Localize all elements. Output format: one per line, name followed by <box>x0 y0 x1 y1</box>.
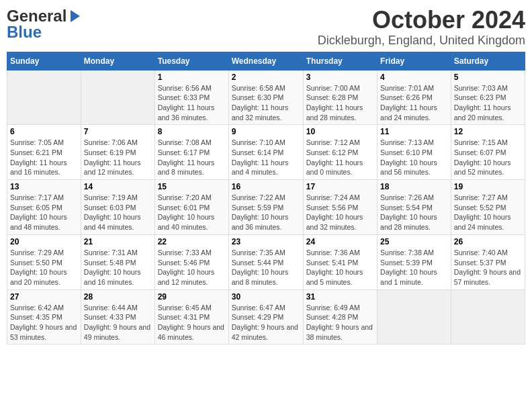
logo-arrow-icon <box>68 9 83 24</box>
calendar-cell: 1Sunrise: 6:56 AM Sunset: 6:33 PM Daylig… <box>154 70 228 125</box>
calendar-cell: 19Sunrise: 7:27 AM Sunset: 5:52 PM Dayli… <box>451 180 525 235</box>
day-of-week-saturday: Saturday <box>451 52 525 70</box>
day-info: Sunrise: 7:27 AM Sunset: 5:52 PM Dayligh… <box>454 193 522 232</box>
day-info: Sunrise: 7:26 AM Sunset: 5:54 PM Dayligh… <box>380 193 448 232</box>
calendar-cell: 26Sunrise: 7:40 AM Sunset: 5:37 PM Dayli… <box>451 234 525 289</box>
day-number: 13 <box>10 182 78 191</box>
day-of-week-friday: Friday <box>378 52 451 70</box>
day-number: 16 <box>232 182 300 191</box>
svg-marker-0 <box>71 10 80 22</box>
calendar-cell <box>378 289 451 345</box>
day-number: 24 <box>306 237 374 246</box>
calendar-cell: 23Sunrise: 7:35 AM Sunset: 5:44 PM Dayli… <box>228 234 303 289</box>
day-info: Sunrise: 7:36 AM Sunset: 5:41 PM Dayligh… <box>306 248 374 287</box>
day-number: 9 <box>232 127 300 136</box>
calendar-cell: 25Sunrise: 7:38 AM Sunset: 5:39 PM Dayli… <box>378 234 451 289</box>
calendar-cell: 28Sunrise: 6:44 AM Sunset: 4:33 PM Dayli… <box>81 289 154 345</box>
day-number: 7 <box>84 127 152 136</box>
logo-blue-text: Blue <box>7 23 42 42</box>
day-of-week-wednesday: Wednesday <box>228 52 303 70</box>
day-of-week-sunday: Sunday <box>7 52 81 70</box>
day-info: Sunrise: 7:29 AM Sunset: 5:50 PM Dayligh… <box>10 248 78 287</box>
day-info: Sunrise: 6:45 AM Sunset: 4:31 PM Dayligh… <box>158 303 226 342</box>
day-info: Sunrise: 7:05 AM Sunset: 6:21 PM Dayligh… <box>10 138 78 177</box>
day-info: Sunrise: 7:17 AM Sunset: 6:05 PM Dayligh… <box>10 193 78 232</box>
day-number: 27 <box>10 292 78 302</box>
day-info: Sunrise: 7:20 AM Sunset: 6:01 PM Dayligh… <box>158 193 226 232</box>
calendar-cell <box>7 70 81 125</box>
calendar-cell: 18Sunrise: 7:26 AM Sunset: 5:54 PM Dayli… <box>378 180 451 235</box>
calendar-table: SundayMondayTuesdayWednesdayThursdayFrid… <box>7 52 525 345</box>
day-info: Sunrise: 6:58 AM Sunset: 6:30 PM Dayligh… <box>232 83 300 123</box>
calendar-cell: 15Sunrise: 7:20 AM Sunset: 6:01 PM Dayli… <box>154 180 228 235</box>
page-subtitle: Dickleburgh, England, United Kingdom <box>318 34 525 48</box>
calendar-cell: 9Sunrise: 7:10 AM Sunset: 6:14 PM Daylig… <box>228 125 303 180</box>
day-number: 14 <box>84 182 152 191</box>
day-number: 29 <box>158 292 226 302</box>
day-info: Sunrise: 7:22 AM Sunset: 5:59 PM Dayligh… <box>232 193 300 232</box>
calendar-cell: 21Sunrise: 7:31 AM Sunset: 5:48 PM Dayli… <box>81 234 154 289</box>
calendar-cell: 22Sunrise: 7:33 AM Sunset: 5:46 PM Dayli… <box>154 234 228 289</box>
day-info: Sunrise: 7:40 AM Sunset: 5:37 PM Dayligh… <box>454 248 522 287</box>
calendar-cell: 27Sunrise: 6:42 AM Sunset: 4:35 PM Dayli… <box>7 289 81 345</box>
day-number: 17 <box>306 182 374 191</box>
page-header: General Blue October 2024 Dickleburgh, E… <box>7 7 525 48</box>
calendar-cell: 14Sunrise: 7:19 AM Sunset: 6:03 PM Dayli… <box>81 180 154 235</box>
day-info: Sunrise: 7:10 AM Sunset: 6:14 PM Dayligh… <box>232 138 300 177</box>
calendar-header-row: SundayMondayTuesdayWednesdayThursdayFrid… <box>7 52 525 70</box>
day-number: 28 <box>84 292 152 302</box>
calendar-cell: 24Sunrise: 7:36 AM Sunset: 5:41 PM Dayli… <box>303 234 377 289</box>
day-number: 2 <box>232 73 300 82</box>
day-info: Sunrise: 6:49 AM Sunset: 4:28 PM Dayligh… <box>306 303 374 342</box>
day-info: Sunrise: 7:19 AM Sunset: 6:03 PM Dayligh… <box>84 193 152 232</box>
calendar-cell: 12Sunrise: 7:15 AM Sunset: 6:07 PM Dayli… <box>451 125 525 180</box>
week-row-5: 27Sunrise: 6:42 AM Sunset: 4:35 PM Dayli… <box>7 289 525 345</box>
calendar-cell: 8Sunrise: 7:08 AM Sunset: 6:17 PM Daylig… <box>154 125 228 180</box>
day-number: 15 <box>158 182 226 191</box>
calendar-cell: 13Sunrise: 7:17 AM Sunset: 6:05 PM Dayli… <box>7 180 81 235</box>
calendar-cell: 11Sunrise: 7:13 AM Sunset: 6:10 PM Dayli… <box>378 125 451 180</box>
day-number: 10 <box>306 127 374 136</box>
day-number: 30 <box>232 292 300 302</box>
day-number: 6 <box>10 127 78 136</box>
day-number: 26 <box>454 237 522 246</box>
week-row-3: 13Sunrise: 7:17 AM Sunset: 6:05 PM Dayli… <box>7 180 525 235</box>
day-number: 19 <box>454 182 522 191</box>
day-info: Sunrise: 7:13 AM Sunset: 6:10 PM Dayligh… <box>380 138 448 177</box>
calendar-cell <box>81 70 154 125</box>
calendar-cell: 6Sunrise: 7:05 AM Sunset: 6:21 PM Daylig… <box>7 125 81 180</box>
day-number: 22 <box>158 237 226 246</box>
day-info: Sunrise: 6:42 AM Sunset: 4:35 PM Dayligh… <box>10 303 78 342</box>
day-of-week-thursday: Thursday <box>303 52 377 70</box>
calendar-cell: 2Sunrise: 6:58 AM Sunset: 6:30 PM Daylig… <box>228 70 303 125</box>
day-number: 21 <box>84 237 152 246</box>
day-number: 18 <box>380 182 448 191</box>
calendar-cell: 10Sunrise: 7:12 AM Sunset: 6:12 PM Dayli… <box>303 125 377 180</box>
day-info: Sunrise: 7:31 AM Sunset: 5:48 PM Dayligh… <box>84 248 152 287</box>
day-number: 23 <box>232 237 300 246</box>
day-info: Sunrise: 7:12 AM Sunset: 6:12 PM Dayligh… <box>306 138 374 177</box>
calendar-cell: 5Sunrise: 7:03 AM Sunset: 6:23 PM Daylig… <box>451 70 525 125</box>
calendar-cell: 17Sunrise: 7:24 AM Sunset: 5:56 PM Dayli… <box>303 180 377 235</box>
day-info: Sunrise: 6:44 AM Sunset: 4:33 PM Dayligh… <box>84 303 152 342</box>
calendar-cell: 20Sunrise: 7:29 AM Sunset: 5:50 PM Dayli… <box>7 234 81 289</box>
day-number: 25 <box>380 237 448 246</box>
day-info: Sunrise: 7:03 AM Sunset: 6:23 PM Dayligh… <box>454 83 522 123</box>
calendar-cell: 29Sunrise: 6:45 AM Sunset: 4:31 PM Dayli… <box>154 289 228 345</box>
day-number: 4 <box>380 73 448 82</box>
day-number: 1 <box>158 73 226 82</box>
day-of-week-monday: Monday <box>81 52 154 70</box>
day-info: Sunrise: 6:56 AM Sunset: 6:33 PM Dayligh… <box>158 83 226 123</box>
calendar-cell: 7Sunrise: 7:06 AM Sunset: 6:19 PM Daylig… <box>81 125 154 180</box>
day-info: Sunrise: 6:47 AM Sunset: 4:29 PM Dayligh… <box>232 303 300 342</box>
day-number: 20 <box>10 237 78 246</box>
day-number: 11 <box>380 127 448 136</box>
calendar-cell: 3Sunrise: 7:00 AM Sunset: 6:28 PM Daylig… <box>303 70 377 125</box>
day-info: Sunrise: 7:15 AM Sunset: 6:07 PM Dayligh… <box>454 138 522 177</box>
calendar-cell: 31Sunrise: 6:49 AM Sunset: 4:28 PM Dayli… <box>303 289 377 345</box>
day-number: 5 <box>454 73 522 82</box>
title-block: October 2024 Dickleburgh, England, Unite… <box>318 7 525 48</box>
week-row-1: 1Sunrise: 6:56 AM Sunset: 6:33 PM Daylig… <box>7 70 525 125</box>
day-number: 31 <box>306 292 374 302</box>
calendar-cell: 30Sunrise: 6:47 AM Sunset: 4:29 PM Dayli… <box>228 289 303 345</box>
